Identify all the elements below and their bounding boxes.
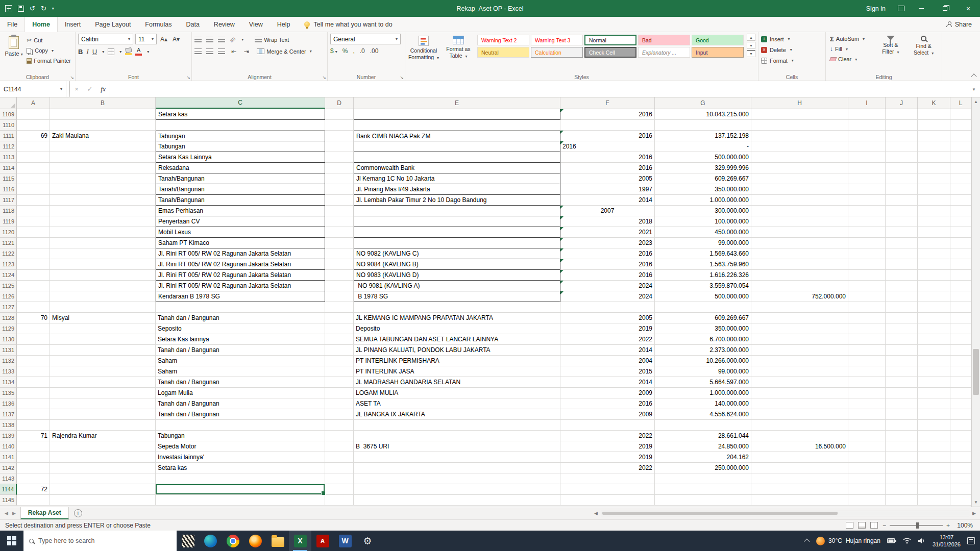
minimize-button[interactable] [910, 0, 933, 17]
cell-E1140[interactable]: B 3675 URI [354, 441, 560, 452]
cell-C1131[interactable]: Tanah dan / Bangunan [156, 345, 325, 356]
cell-B1120[interactable] [50, 227, 156, 238]
cell-K1129[interactable] [918, 323, 950, 334]
cell-J1123[interactable] [886, 259, 918, 270]
cell-H1120[interactable] [751, 227, 848, 238]
cell-A1129[interactable] [17, 323, 50, 334]
cell-J1138[interactable] [886, 420, 918, 431]
formula-input[interactable] [110, 81, 968, 97]
cell-G1134[interactable]: 5.664.597.000 [655, 377, 751, 388]
cell-J1130[interactable] [886, 334, 918, 345]
cell-E1143[interactable] [354, 473, 560, 484]
cell-D1142[interactable] [325, 463, 354, 473]
cell-I1139[interactable] [848, 431, 886, 441]
cell-H1144[interactable] [751, 484, 848, 495]
cell-G1114[interactable]: 329.999.996 [655, 163, 751, 173]
cell-D1130[interactable] [325, 334, 354, 345]
scroll-up-icon[interactable]: ▲ [972, 97, 980, 106]
cell-A1116[interactable] [17, 184, 50, 195]
cell-B1133[interactable] [50, 366, 156, 377]
cell-E1111[interactable]: Bank CIMB NIAGA Pak ZM [354, 131, 560, 141]
cell-E1144[interactable] [354, 484, 560, 495]
cell-G1135[interactable]: 1.000.000.000 [655, 388, 751, 398]
italic-button[interactable]: I [86, 47, 88, 56]
cell-K1128[interactable] [918, 313, 950, 323]
cell-E1135[interactable]: LOGAM MULIA [354, 388, 560, 398]
cell-I1123[interactable] [848, 259, 886, 270]
cell-G1144[interactable] [655, 484, 751, 495]
row-header-1132[interactable]: 1132 [0, 356, 17, 366]
tab-home[interactable]: Home [24, 17, 58, 32]
cell-J1125[interactable] [886, 281, 918, 291]
cell-J1117[interactable] [886, 195, 918, 206]
cell-B1139[interactable]: Rajendra Kumar [50, 431, 156, 441]
cell-J1121[interactable] [886, 238, 918, 248]
cell-D1131[interactable] [325, 345, 354, 356]
zoom-slider[interactable] [890, 525, 943, 526]
cell-I1134[interactable] [848, 377, 886, 388]
cell-K1130[interactable] [918, 334, 950, 345]
cell-F1110[interactable] [560, 120, 655, 131]
cell-B1112[interactable] [50, 141, 156, 152]
cell-I1116[interactable] [848, 184, 886, 195]
row-header-1135[interactable]: 1135 [0, 388, 17, 398]
cell-G1109[interactable]: 10.043.215.000 [655, 109, 751, 120]
cell-F1137[interactable]: 2009 [560, 409, 655, 420]
cell-style-warning-text-3[interactable]: Warning Text 3 [531, 35, 583, 45]
cell-B1121[interactable] [50, 238, 156, 248]
zoom-level[interactable]: 100% [954, 522, 973, 529]
row-header-1110[interactable]: 1110 [0, 120, 17, 131]
cell-J1144[interactable] [886, 484, 918, 495]
cell-J1132[interactable] [886, 356, 918, 366]
cell-style-check-cell[interactable]: Check Cell [584, 47, 636, 58]
cell-K1134[interactable] [918, 377, 950, 388]
tab-help[interactable]: Help [270, 17, 298, 32]
cell-J1110[interactable] [886, 120, 918, 131]
taskbar-app-excel[interactable] [289, 531, 311, 551]
cell-D1138[interactable] [325, 420, 354, 431]
cell-A1109[interactable] [17, 109, 50, 120]
cell-L1135[interactable] [950, 388, 971, 398]
cell-C1132[interactable]: Saham [156, 356, 325, 366]
cell-G1132[interactable]: 10.266.000.000 [655, 356, 751, 366]
cell-D1137[interactable] [325, 409, 354, 420]
cell-B1140[interactable] [50, 441, 156, 452]
cell-J1133[interactable] [886, 366, 918, 377]
cell-I1122[interactable] [848, 248, 886, 259]
cell-B1117[interactable] [50, 195, 156, 206]
cell-C1129[interactable]: Seposito [156, 323, 325, 334]
copy-button[interactable]: Copy▾ [25, 45, 72, 56]
cell-E1117[interactable]: Jl. Lembah Pakar Timur 2 No 10 Dago Band… [354, 195, 560, 206]
cell-J1112[interactable] [886, 141, 918, 152]
cell-A1137[interactable] [17, 409, 50, 420]
row-header-1109[interactable]: 1109 [0, 109, 17, 120]
column-header-D[interactable]: D [325, 97, 354, 109]
row-header-1128[interactable]: 1128 [0, 313, 17, 323]
name-box-resize-handle[interactable] [66, 81, 70, 97]
cell-L1136[interactable] [950, 398, 971, 409]
cell-E1109[interactable] [354, 109, 560, 120]
cell-G1125[interactable]: 3.559.870.054 [655, 281, 751, 291]
cell-D1128[interactable] [325, 313, 354, 323]
cell-C1144[interactable] [156, 484, 325, 495]
column-header-F[interactable]: F [560, 97, 655, 109]
cell-L1113[interactable] [950, 152, 971, 163]
cell-C1111[interactable]: Tabungan [156, 131, 325, 141]
cell-I1109[interactable] [848, 109, 886, 120]
cell-F1127[interactable] [560, 302, 655, 313]
cell-G1122[interactable]: 1.569.643.660 [655, 248, 751, 259]
cell-A1132[interactable] [17, 356, 50, 366]
cell-C1116[interactable]: Tanah/Bangunan [156, 184, 325, 195]
cell-F1124[interactable]: 2016 [560, 270, 655, 281]
number-dialog-launcher[interactable]: ↘ [400, 75, 404, 80]
row-header-1137[interactable]: 1137 [0, 409, 17, 420]
column-header-L[interactable]: L [950, 97, 971, 109]
cell-H1133[interactable] [751, 366, 848, 377]
cell-J1128[interactable] [886, 313, 918, 323]
cell-E1116[interactable]: Jl. Pinang Mas I/49 Jakarta [354, 184, 560, 195]
cell-E1122[interactable]: NO 9082 (KAVLING C) [354, 248, 560, 259]
format-painter-button[interactable]: Format Painter [25, 56, 72, 66]
fill-button[interactable]: ↓Fill▾ [828, 44, 873, 54]
cell-K1117[interactable] [918, 195, 950, 206]
save-icon[interactable] [18, 6, 24, 12]
